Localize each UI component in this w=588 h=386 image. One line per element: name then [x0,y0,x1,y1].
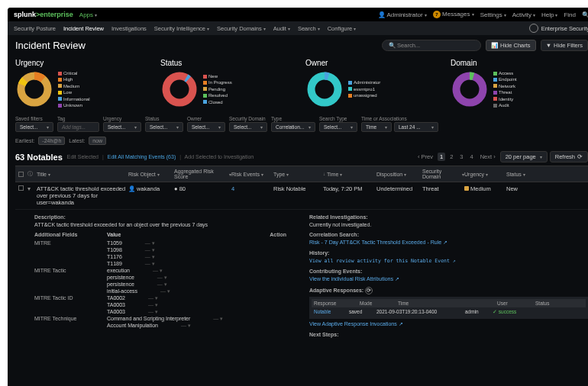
col-status[interactable]: Status ▾ [506,169,529,179]
desc-text: ATT&CK tactic threshold exceeded for an … [34,222,286,227]
resp-mode: saved [349,309,372,315]
nav-intel[interactable]: Security Intelligence [154,25,209,32]
logo: splunk>enterprise [14,11,73,18]
domain-select[interactable]: Select...▾ [229,122,267,132]
col-events[interactable]: Risk Events ▾ [231,169,273,179]
refresh-button[interactable]: Refresh ⟳ [550,151,588,162]
apps-menu[interactable]: Apps [79,11,97,18]
resp-status: ✓ success [493,309,516,315]
edit-selected[interactable]: Edit Selected [67,154,99,159]
find-link[interactable]: Find [564,11,576,18]
search-box[interactable]: 🔍 Search... [382,40,481,51]
page-3[interactable]: 3 [457,153,465,161]
help-menu[interactable]: Help [541,11,557,18]
perpage-select[interactable]: 20 per page [500,151,548,162]
table-row[interactable]: ATT&CK tactic threshold exceeded over pr… [15,182,588,210]
col-score[interactable]: Aggregated Risk Score ▾ [174,169,231,179]
page-header: Incident Review 🔍 Search... 📊Hide Charts… [8,35,588,56]
refresh-responses[interactable]: ⟳ [365,287,373,294]
topbar: splunk>enterprise Apps 👤 Administrator ▾… [8,8,588,21]
next-steps-heading: Next Steps: [309,332,588,337]
resp-name[interactable]: Notable [314,309,344,315]
nav-domains[interactable]: Security Domains [217,25,266,32]
prev-page[interactable]: ‹ Prev [415,153,435,161]
latest-value[interactable]: now [89,137,106,145]
nav-search[interactable]: Search [298,25,320,32]
corr-link[interactable]: Risk - 7 Day ATT&CK Tactic Threshold Exc… [309,240,588,246]
msg-badge: 7 [433,11,441,18]
cell-domain: Threat [422,185,464,192]
searchtype-select[interactable]: Select...▾ [319,122,357,132]
row-checkbox[interactable] [18,185,24,191]
tag-input[interactable]: Add tags... [57,122,99,132]
user-icon: 👤 [378,11,386,18]
col-type[interactable]: Type ▾ [273,169,323,179]
page-1[interactable]: 1 [438,153,445,161]
edit-all-link[interactable]: Edit All Matching Events (63) [108,154,176,159]
action-heading: Action [270,232,286,237]
resp-user: admin [465,309,488,315]
hist-link[interactable]: View all review activity for this Notabl… [309,258,588,264]
contrib-link[interactable]: View the individual Risk Attributions ↗ [309,276,588,282]
urgency-select[interactable]: Select...▾ [103,122,141,132]
nav-incident-review[interactable]: Incident Review [63,25,104,32]
notables-table: ⓘ Title ▾ Risk Object ▾ Aggregated Risk … [8,166,588,210]
donut-domain[interactable] [451,70,489,108]
af-heading: Additional Fields [34,232,107,237]
settings-menu[interactable]: Settings [480,11,506,18]
col-disp[interactable]: Disposition ▾ [376,169,422,179]
select-all-checkbox[interactable] [18,172,24,177]
activity-menu[interactable]: Activity [512,11,535,18]
cell-disp: Undetermined [376,185,422,192]
page-2[interactable]: 2 [447,153,455,161]
earliest-value[interactable]: -24h@h [38,137,65,145]
saved-filters-select[interactable]: Select...▾ [15,122,53,132]
chart-title-domain: Domain [451,59,588,67]
hide-filters-button[interactable]: ▼Hide Filters [541,40,588,51]
col-riskobj[interactable]: Risk Object ▾ [128,169,174,179]
col-time[interactable]: ↓ Time ▾ [323,169,376,179]
chart-domain: Domain AccessEndpointNetworkThreatIdenti… [451,59,588,108]
expand-toggle[interactable] [27,185,37,192]
add-investigation[interactable]: Add Selected to Investigation [185,154,254,159]
cell-events[interactable]: 4 [231,185,273,192]
urgency-label: Urgency [103,116,141,121]
rh-status: Status [535,301,549,306]
svg-point-5 [312,76,338,103]
svg-point-3 [166,76,193,103]
col-title[interactable]: Title ▾ [37,169,128,179]
filter-bar: Saved filtersSelect...▾ TagAdd tags... U… [8,114,588,133]
status-select[interactable]: Select...▾ [145,122,183,132]
type-select[interactable]: Correlation...▾ [271,122,315,132]
page-4[interactable]: 4 [468,153,476,161]
time-select[interactable]: Time▾ [361,122,392,132]
rh-time: Time [398,301,482,306]
nav-investigations[interactable]: Investigations [111,25,147,32]
col-domain[interactable]: Security Domain ▾ [422,169,464,179]
search-icon[interactable]: 🔍 [582,11,588,18]
chart-title-owner: Owner [305,59,443,67]
adapt-heading: Adaptive Responses: ⟳ [309,287,588,294]
es-icon [529,24,538,33]
nav-posture[interactable]: Security Posture [14,25,56,32]
additional-fields-list: MITRET1059— ▾T1098— ▾T1176— ▾T1189— ▾MIT… [34,240,286,329]
donut-status[interactable] [160,70,199,108]
col-urgency[interactable]: Urgency ▾ [464,169,506,179]
searchtype-label: Search Type [319,116,357,121]
owner-select[interactable]: Select...▾ [187,122,225,132]
messages-menu[interactable]: 7 Messages ▾ [433,11,474,18]
donut-owner[interactable] [305,70,344,108]
domain-label: Security Domain [229,116,267,121]
chart-icon: 📊 [491,42,498,49]
row-details: Description:ATT&CK tactic threshold exce… [8,210,588,349]
next-page[interactable]: Next › [478,153,498,161]
time-range-select[interactable]: Last 24 ...▾ [394,122,438,132]
donut-urgency[interactable] [15,70,53,108]
nav-audit[interactable]: Audit [273,25,290,32]
hide-charts-button[interactable]: 📊Hide Charts [486,40,536,51]
view-invocations-link[interactable]: View Adaptive Response Invocations ↗ [309,321,588,327]
nav-configure[interactable]: Configure [328,25,357,32]
admin-menu[interactable]: 👤 Administrator ▾ [378,11,427,18]
info-header: ⓘ [27,169,37,179]
relinv-text: Currently not investigated. [309,222,588,227]
